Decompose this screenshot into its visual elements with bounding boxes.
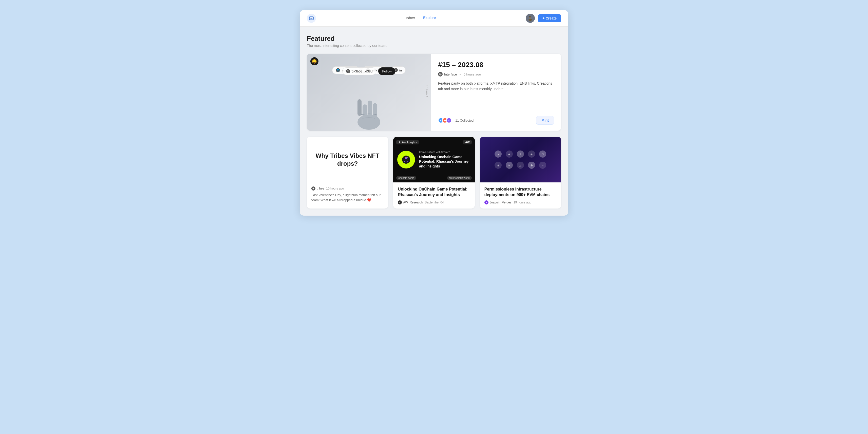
aw-conversations-label: Conversations with Stokarz <box>419 151 470 154</box>
infra-dot-7: ⋈ <box>506 162 513 169</box>
svg-marker-19 <box>399 141 401 143</box>
svg-rect-14 <box>358 99 362 116</box>
card-aw-time: September 04 <box>425 201 444 204</box>
aw-heading: Unlocking Onchain Game Potential: Rhasca… <box>419 155 470 168</box>
svg-rect-11 <box>363 104 367 118</box>
main-content: Featured The most interesting content co… <box>300 27 568 216</box>
svg-point-4 <box>530 17 531 18</box>
infra-source-name: Joaquim Verges <box>490 201 512 204</box>
infra-dot-10: ⟐ <box>539 162 546 169</box>
tribes-source-name: tribes <box>317 187 324 190</box>
card-tribes-source[interactable]: tribes <box>311 186 324 190</box>
aw-source-icon <box>398 200 402 205</box>
svg-point-16 <box>440 74 441 75</box>
source-name: Interface <box>444 72 457 76</box>
infra-source-icon <box>485 200 489 205</box>
card-infra-image: ▲ ◆ ⟡ ◈ ⬡ ◉ ⋈ ◬ ⬢ ⟐ <box>480 137 561 182</box>
card-aw-image: AW Insights AW <box>393 137 474 182</box>
infra-dot-5: ⬡ <box>539 151 546 158</box>
card-tribes-meta: tribes 10 hours ago <box>311 186 383 190</box>
card-infra-title: Permissionless infrastructure deployment… <box>485 186 557 198</box>
svg-rect-23 <box>407 157 408 158</box>
svg-rect-12 <box>368 101 372 118</box>
aw-circle <box>397 151 415 168</box>
svg-rect-13 <box>373 103 377 118</box>
featured-image: 😄 0x3b53...d38d Follow <box>307 54 431 131</box>
source-icon <box>438 72 443 76</box>
featured-subtitle: The most interesting content collected b… <box>307 43 561 48</box>
infra-dot-8: ◬ <box>517 162 524 169</box>
card-aw-meta: AW_Research September 04 <box>398 200 470 205</box>
infra-dot-9: ⬢ <box>528 162 535 169</box>
tribes-card-title: Why Tribes Vibes NFT drops? <box>314 152 381 167</box>
address-text: 0x3b53...d38d <box>352 69 372 73</box>
svg-point-8 <box>348 71 349 72</box>
svg-rect-22 <box>405 157 406 158</box>
svg-point-2 <box>528 19 532 21</box>
card-infra-body: Permissionless infrastructure deployment… <box>480 182 561 209</box>
infra-dot-3: ⟡ <box>517 151 524 158</box>
svg-point-18 <box>313 188 314 189</box>
card-infra-meta: Joaquim Verges 19 hours ago <box>485 200 557 205</box>
app-logo[interactable] <box>307 14 316 23</box>
featured-info: #15 – 2023.08 Interface ● <box>431 54 561 131</box>
aw-bottom-labels: onchain game autonomous world <box>396 176 471 180</box>
header: Inbox Explore + Create <box>300 10 568 27</box>
infra-dot-2: ◆ <box>506 151 513 158</box>
article-time: 5 hours ago <box>464 72 481 76</box>
aw-label-left: onchain game <box>396 176 416 180</box>
infra-dot-1: ▲ <box>495 151 502 158</box>
aw-label-right: autonomous world <box>447 176 472 180</box>
aw-text-block: Conversations with Stokarz Unlocking Onc… <box>419 151 470 168</box>
article-meta: Interface ● 5 hours ago <box>438 72 554 76</box>
edition-label: edition 15 <box>425 85 428 99</box>
card-tribes: Why Tribes Vibes NFT drops? tribes <box>307 137 388 209</box>
collector-avatar-3: ▲ <box>446 118 452 123</box>
card-infra: ▲ ◆ ⟡ ◈ ⬡ ◉ ⋈ ◬ ⬢ ⟐ Permissionless infra… <box>480 137 561 209</box>
card-aw-body: Unlocking OnChain Game Potential: Rhasca… <box>393 182 474 209</box>
card-aw-source[interactable]: AW_Research <box>398 200 423 205</box>
svg-point-25 <box>486 202 487 203</box>
collectors-count: 11 Collected <box>455 119 473 122</box>
aw-badge-right: AW <box>463 140 472 145</box>
header-right: + Create <box>526 14 561 23</box>
cards-grid: Why Tribes Vibes NFT drops? tribes <box>307 137 561 209</box>
infra-dots: ▲ ◆ ⟡ ◈ ⬡ ◉ ⋈ ◬ ⬢ ⟐ <box>490 146 551 174</box>
collectors: ● ◆ ▲ 11 Collected <box>438 118 473 123</box>
address-icon <box>346 69 350 73</box>
card-tribes-image: Why Tribes Vibes NFT drops? <box>307 137 388 182</box>
infra-dot-6: ◉ <box>495 162 502 169</box>
collector-avatars: ● ◆ ▲ <box>438 118 450 123</box>
card-infra-source[interactable]: Joaquim Verges <box>485 200 512 205</box>
address-pill[interactable]: 0x3b53...d38d <box>342 67 376 75</box>
nav-explore[interactable]: Explore <box>423 16 436 21</box>
svg-rect-6 <box>530 17 531 17</box>
nav-inbox[interactable]: Inbox <box>406 16 415 21</box>
aw-source-name: AW_Research <box>403 201 423 204</box>
card-tribes-description: Last Valentine's Day, a lightbulb moment… <box>311 192 383 203</box>
featured-title: Featured <box>307 35 561 42</box>
featured-info-bottom: ● ◆ ▲ 11 Collected Mint <box>438 116 554 125</box>
svg-marker-24 <box>399 202 401 203</box>
app-window: Inbox Explore + Create Featured The most… <box>300 10 568 216</box>
main-nav: Inbox Explore <box>406 16 436 21</box>
card-tribes-body: tribes 10 hours ago Last Valentine's Day… <box>307 182 388 207</box>
user-avatar[interactable] <box>526 14 535 23</box>
infra-dot-4: ◈ <box>528 151 535 158</box>
svg-rect-5 <box>529 17 530 17</box>
card-tribes-time: 10 hours ago <box>326 187 344 190</box>
create-button[interactable]: + Create <box>538 14 561 22</box>
aw-badge-left: AW Insights <box>396 140 418 145</box>
card-aw-title: Unlocking OnChain Game Potential: Rhasca… <box>398 186 470 198</box>
tribes-source-icon <box>311 186 315 190</box>
svg-point-20 <box>402 156 410 164</box>
svg-rect-0 <box>309 17 313 20</box>
article-source[interactable]: Interface <box>438 72 457 76</box>
article-title: #15 – 2023.08 <box>438 61 554 69</box>
featured-card: 😄 0x3b53...d38d Follow <box>307 54 561 131</box>
featured-image-avatar: 😄 <box>310 57 318 65</box>
svg-point-3 <box>529 17 530 18</box>
article-description: Feature parity on both platforms, XMTP i… <box>438 81 554 92</box>
mint-button[interactable]: Mint <box>536 116 554 125</box>
follow-button[interactable]: Follow <box>378 67 396 75</box>
